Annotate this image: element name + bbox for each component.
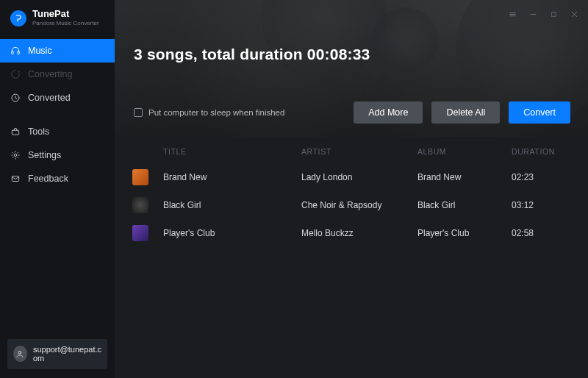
- sidebar-item-tools[interactable]: Tools: [0, 120, 115, 143]
- sidebar-item-label: Tools: [28, 126, 49, 137]
- sidebar-item-music[interactable]: Music: [0, 39, 115, 63]
- cell-title: Player's Club: [163, 228, 295, 238]
- window-controls: [504, 6, 582, 22]
- delete-all-button[interactable]: Delete All: [431, 101, 500, 124]
- cell-duration: 03:12: [512, 200, 570, 210]
- svg-rect-11: [551, 12, 556, 16]
- cell-album: Brand New: [417, 172, 506, 182]
- sidebar-item-label: Music: [28, 46, 52, 56]
- maximize-button[interactable]: [545, 6, 562, 22]
- sidebar-item-label: Converting: [28, 69, 72, 79]
- sidebar-item-converted[interactable]: Converted: [0, 86, 115, 110]
- album-art-icon: [132, 197, 148, 213]
- album-art-icon: [132, 225, 148, 241]
- primary-nav: Music Converting Converted Tools: [0, 39, 115, 190]
- spinner-icon: [10, 69, 21, 79]
- cell-duration: 02:58: [512, 228, 570, 238]
- decorative-disc-icon: [372, 7, 438, 74]
- col-artist: ARTIST: [301, 147, 412, 156]
- gear-icon: [10, 150, 21, 160]
- convert-button[interactable]: Convert: [509, 101, 570, 124]
- app-window: TunePat Pandora Music Converter Music Co…: [0, 0, 588, 378]
- sidebar-item-label: Settings: [28, 150, 61, 160]
- sleep-checkbox[interactable]: Put computer to sleep when finished: [134, 108, 284, 117]
- table-header: TITLE ARTIST ALBUM DURATION: [132, 137, 570, 163]
- brand-name: TunePat: [32, 9, 99, 19]
- sidebar-item-label: Converted: [28, 93, 71, 103]
- svg-point-4: [14, 154, 17, 157]
- hero-banner: 3 songs, total duration 00:08:33 Put com…: [115, 0, 588, 137]
- track-table: TITLE ARTIST ALBUM DURATION Brand New La…: [115, 137, 588, 247]
- sidebar: TunePat Pandora Music Converter Music Co…: [0, 0, 115, 378]
- queue-summary: 3 songs, total duration 00:08:33: [134, 46, 370, 63]
- cell-album: Black Girl: [417, 200, 506, 210]
- mail-icon: [10, 174, 21, 184]
- user-avatar-icon: [13, 346, 27, 362]
- cell-title: Brand New: [163, 172, 295, 182]
- sleep-label: Put computer to sleep when finished: [148, 108, 284, 117]
- action-row: Put computer to sleep when finished Add …: [134, 101, 570, 124]
- menu-button[interactable]: [504, 6, 520, 22]
- brand-subtitle: Pandora Music Converter: [32, 21, 99, 27]
- svg-rect-0: [12, 51, 13, 54]
- sidebar-item-converting[interactable]: Converting: [0, 63, 115, 86]
- col-album: ALBUM: [417, 147, 506, 156]
- headphones-icon: [10, 46, 21, 56]
- table-row[interactable]: Black Girl Che Noir & Rapsody Black Girl…: [132, 191, 570, 219]
- cell-artist: Lady London: [301, 172, 412, 182]
- cell-artist: Mello Buckzz: [301, 228, 412, 238]
- col-duration: DURATION: [512, 147, 570, 156]
- main-panel: 3 songs, total duration 00:08:33 Put com…: [115, 0, 588, 378]
- brand-logo-icon: [10, 10, 26, 26]
- checkbox-icon: [134, 108, 143, 117]
- add-more-button[interactable]: Add More: [354, 101, 423, 124]
- svg-rect-1: [18, 51, 19, 54]
- minimize-button[interactable]: [525, 6, 541, 22]
- close-button[interactable]: [566, 6, 582, 22]
- cell-title: Black Girl: [163, 200, 295, 210]
- table-row[interactable]: Player's Club Mello Buckzz Player's Club…: [132, 219, 570, 247]
- svg-rect-3: [12, 130, 18, 135]
- toolbox-icon: [10, 126, 21, 137]
- svg-point-6: [19, 352, 22, 354]
- svg-rect-5: [12, 176, 18, 182]
- support-email: support@tunepat.com: [33, 345, 101, 363]
- table-row[interactable]: Brand New Lady London Brand New 02:23: [132, 163, 570, 191]
- album-art-icon: [132, 169, 148, 185]
- cell-album: Player's Club: [417, 228, 506, 238]
- brand: TunePat Pandora Music Converter: [0, 0, 115, 39]
- sidebar-item-label: Feedback: [28, 174, 68, 184]
- cell-duration: 02:23: [512, 172, 570, 182]
- col-title: TITLE: [163, 147, 295, 156]
- clock-icon: [10, 93, 21, 103]
- sidebar-item-feedback[interactable]: Feedback: [0, 167, 115, 190]
- support-card[interactable]: support@tunepat.com: [7, 339, 107, 369]
- sidebar-item-settings[interactable]: Settings: [0, 143, 115, 167]
- cell-artist: Che Noir & Rapsody: [301, 200, 412, 210]
